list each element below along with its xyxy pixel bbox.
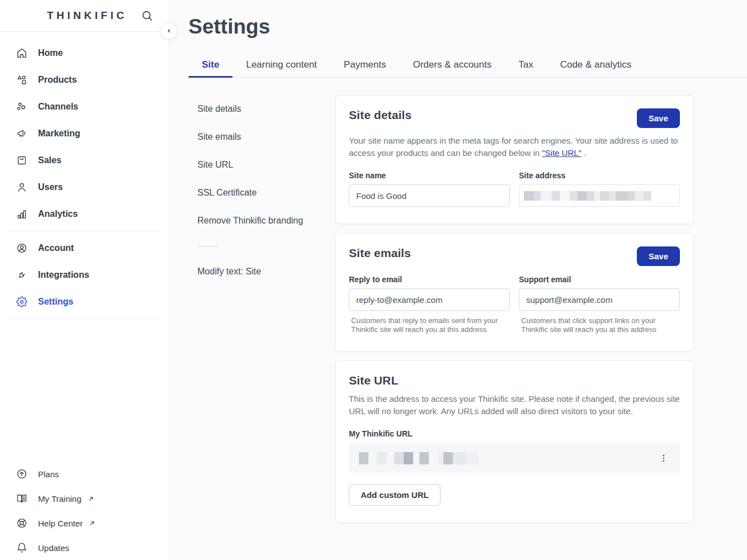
card-title: Site URL [349,374,680,387]
redaction-block [534,191,541,201]
sidebar-item-label: Analytics [38,209,78,219]
subnav-item-modify-text[interactable]: Modify text: Site [188,258,335,286]
redaction-block [635,191,644,201]
redaction-block [570,191,578,201]
redaction-block [541,191,552,201]
subnav-item-ssl-certificate[interactable]: SSL Certificate [188,179,335,207]
save-button[interactable]: Save [637,246,680,266]
sidebar-item-label: Products [38,75,77,85]
site-name-input[interactable] [349,184,510,207]
subnav-divider [197,246,219,246]
sidebar-item-label: My Training [38,494,82,504]
sidebar-item-users[interactable]: Users [0,174,169,201]
products-icon [16,74,27,86]
support-email-input[interactable] [519,288,680,311]
site-url-link[interactable]: "Site URL" [542,148,581,158]
save-button[interactable]: Save [637,108,680,128]
sidebar-item-label: Settings [38,297,73,307]
sidebar-item-label: Sales [38,155,62,165]
sidebar-item-channels[interactable]: Channels [0,93,169,120]
redaction-block [587,191,594,201]
sidebar-item-account[interactable]: Account [0,235,169,262]
channels-icon [16,101,27,112]
add-custom-url-button[interactable]: Add custom URL [349,484,441,506]
site-address-label: Site address [519,171,680,180]
sidebar-divider [8,231,161,231]
site-url-card: Site URL This is the address to access y… [335,360,694,523]
bar-chart-icon [16,208,27,220]
sidebar-item-plans[interactable]: Plans [0,462,169,486]
sidebar-nav: Home Products Channels Marketing Sales [0,32,169,322]
bell-icon [16,542,27,553]
card-title: Site emails [349,246,411,260]
sidebar-item-help-center[interactable]: Help Center [0,511,169,535]
sidebar-item-updates[interactable]: Updates [0,535,169,560]
sidebar-item-my-training[interactable]: My Training [0,486,169,511]
sidebar-item-products[interactable]: Products [0,67,169,93]
site-details-card: Site details Save Your site name appears… [335,95,694,224]
sidebar-item-integrations[interactable]: Integrations [0,262,169,288]
subnav-item-site-url[interactable]: Site URL [188,151,335,179]
home-icon [16,48,27,59]
redaction-block [359,452,368,464]
site-address-redacted[interactable] [519,184,680,207]
megaphone-icon [16,128,27,139]
redaction-block [609,191,616,201]
card-title: Site details [349,108,412,122]
redaction-block [394,452,404,464]
reply-to-email-input[interactable] [349,288,510,311]
shopping-bag-icon [16,155,27,166]
support-email-label: Support email [519,275,680,284]
tab-orders-accounts[interactable]: Orders & accounts [399,53,505,77]
external-link-icon [88,495,94,502]
redaction-block [616,191,628,201]
redaction-block [438,452,443,464]
tab-site[interactable]: Site [188,53,233,77]
settings-tabs: Site Learning content Payments Orders & … [188,53,747,78]
sidebar-collapse-button[interactable] [160,22,178,40]
subnav-item-remove-branding[interactable]: Remove Thinkific branding [188,207,335,235]
redaction-block [524,191,534,201]
sidebar-header: THINKIFIC [0,0,169,32]
sidebar-item-marketing[interactable]: Marketing [0,120,169,147]
settings-cards: Site details Save Your site name appears… [335,95,694,545]
redaction-block [466,452,479,464]
subnav-item-site-emails[interactable]: Site emails [188,123,335,151]
tab-learning-content[interactable]: Learning content [233,53,330,77]
card-description: This is the address to access your Think… [349,393,680,417]
redaction-block [600,191,609,201]
redaction-block [628,191,635,201]
sidebar-item-analytics[interactable]: Analytics [0,201,169,227]
site-subnav: Site details Site emails Site URL SSL Ce… [188,95,335,286]
sidebar-item-label: Updates [38,543,69,553]
sidebar-item-home[interactable]: Home [0,40,169,67]
book-icon [16,493,27,504]
thinkific-url-row [349,443,680,473]
card-description: Your site name appears in the meta tags … [349,135,680,159]
sidebar-item-sales[interactable]: Sales [0,147,169,174]
redaction-block [377,452,387,464]
tab-tax[interactable]: Tax [505,53,546,77]
sidebar: THINKIFIC Home Products Channels [0,0,170,560]
my-thinkific-url-label: My Thinkific URL [349,429,680,438]
redaction-block [443,452,453,464]
support-email-help: Customers that click support links on yo… [519,316,680,334]
sidebar-item-label: Account [38,243,74,253]
thinkific-url-redacted [359,452,479,464]
gear-icon [16,296,27,307]
sidebar-item-label: Marketing [38,129,81,139]
subnav-item-site-details[interactable]: Site details [188,95,335,123]
main-content: Settings Site Learning content Payments … [171,0,747,560]
redaction-block [560,191,570,201]
sidebar-item-settings[interactable]: Settings [0,288,169,315]
kebab-menu-icon[interactable] [658,452,670,464]
user-icon [16,182,27,193]
reply-to-email-label: Reply to email [349,275,510,284]
tab-payments[interactable]: Payments [330,53,400,77]
sidebar-item-label: Plans [38,469,59,479]
search-icon[interactable] [140,8,154,23]
redaction-block [552,191,560,201]
lifebuoy-icon [16,518,27,529]
tab-code-analytics[interactable]: Code & analytics [547,53,645,77]
redaction-block [594,191,600,201]
